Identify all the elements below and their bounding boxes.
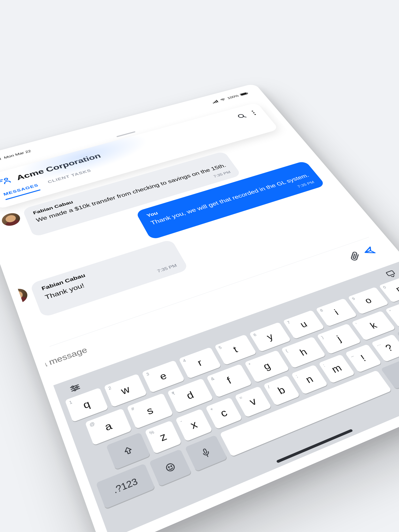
key-b[interactable]: /b — [263, 375, 300, 406]
key-mic[interactable] — [185, 435, 227, 471]
key-emoji[interactable] — [149, 449, 192, 487]
svg-point-21 — [171, 466, 172, 467]
status-date: Mon Mar 22 — [3, 149, 32, 160]
send-icon[interactable] — [361, 246, 377, 257]
key-c[interactable]: +c — [205, 398, 242, 429]
wifi-icon — [219, 98, 226, 102]
svg-point-7 — [238, 114, 244, 118]
cellular-icon — [212, 100, 219, 104]
svg-rect-0 — [213, 103, 214, 104]
key-v[interactable]: =v — [235, 386, 272, 418]
svg-point-6 — [4, 178, 8, 181]
svg-line-4 — [0, 180, 2, 181]
key-z[interactable]: %z — [145, 420, 182, 454]
svg-rect-1 — [214, 102, 215, 103]
tablet-frame: 5:54 PM Mon Mar 22 100% — [0, 83, 399, 532]
battery-percent: 100% — [226, 94, 240, 100]
svg-line-5 — [0, 181, 2, 182]
keyboard-settings-icon[interactable] — [68, 382, 82, 394]
svg-point-14 — [76, 386, 78, 388]
avatar[interactable] — [0, 211, 22, 228]
keyboard-collapse-icon[interactable] — [384, 269, 398, 279]
search-icon[interactable] — [236, 113, 248, 120]
more-menu-icon[interactable] — [251, 111, 256, 115]
svg-point-19 — [165, 463, 175, 472]
home-indicator[interactable] — [276, 429, 353, 463]
svg-line-8 — [244, 116, 246, 118]
svg-rect-16 — [386, 271, 395, 276]
attachment-icon[interactable] — [346, 251, 363, 262]
svg-point-15 — [74, 389, 76, 391]
key-x[interactable]: -x — [175, 409, 212, 442]
avatar[interactable] — [5, 286, 30, 306]
svg-line-23 — [207, 455, 208, 457]
svg-point-13 — [71, 386, 74, 388]
people-icon — [0, 176, 12, 187]
svg-point-20 — [168, 467, 169, 468]
tab-messages[interactable]: MESSAGES — [3, 183, 40, 200]
svg-rect-22 — [203, 449, 207, 454]
battery-icon — [240, 92, 248, 96]
status-time: 5:54 PM — [0, 157, 2, 165]
screen: 5:54 PM Mon Mar 22 100% — [0, 89, 399, 532]
